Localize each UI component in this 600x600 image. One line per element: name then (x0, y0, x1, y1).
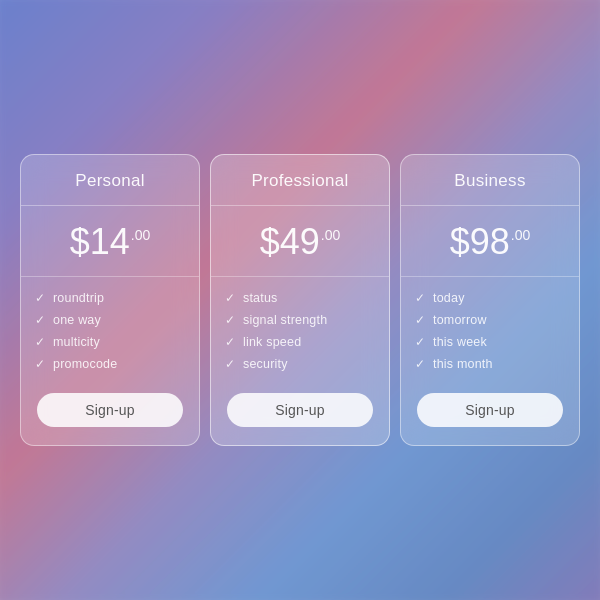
plan-footer-professional: Sign-up (211, 381, 389, 445)
list-item: ✓status (225, 291, 375, 305)
plan-price-business: $98.00 (450, 224, 531, 260)
plan-card-business: Business$98.00✓today✓tomorrow✓this week✓… (400, 154, 580, 446)
plan-name-business: Business (413, 171, 567, 191)
list-item: ✓roundtrip (35, 291, 185, 305)
list-item: ✓multicity (35, 335, 185, 349)
signup-button-personal[interactable]: Sign-up (37, 393, 183, 427)
list-item: ✓this month (415, 357, 565, 371)
check-icon: ✓ (225, 336, 235, 348)
main-container: Personal$14.00✓roundtrip✓one way✓multici… (0, 0, 600, 600)
feature-label-business-3: this month (433, 357, 493, 371)
list-item: ✓tomorrow (415, 313, 565, 327)
plan-footer-business: Sign-up (401, 381, 579, 445)
price-dollar-business: $98 (450, 224, 510, 260)
price-dollar-professional: $49 (260, 224, 320, 260)
feature-label-professional-1: signal strength (243, 313, 327, 327)
feature-label-personal-3: promocode (53, 357, 117, 371)
pricing-grid: Personal$14.00✓roundtrip✓one way✓multici… (20, 154, 580, 446)
plan-price-personal: $14.00 (70, 224, 151, 260)
list-item: ✓security (225, 357, 375, 371)
price-dollar-personal: $14 (70, 224, 130, 260)
price-cents-professional: .00 (321, 228, 340, 242)
plan-features-personal: ✓roundtrip✓one way✓multicity✓promocode (21, 277, 199, 381)
plan-price-section-business: $98.00 (401, 206, 579, 277)
list-item: ✓promocode (35, 357, 185, 371)
plan-price-section-professional: $49.00 (211, 206, 389, 277)
plan-name-personal: Personal (33, 171, 187, 191)
check-icon: ✓ (225, 292, 235, 304)
feature-label-business-0: today (433, 291, 465, 305)
check-icon: ✓ (35, 358, 45, 370)
plan-header-personal: Personal (21, 155, 199, 206)
check-icon: ✓ (225, 314, 235, 326)
price-cents-personal: .00 (131, 228, 150, 242)
feature-label-personal-2: multicity (53, 335, 100, 349)
plan-name-professional: Professional (223, 171, 377, 191)
plan-header-professional: Professional (211, 155, 389, 206)
feature-label-business-2: this week (433, 335, 487, 349)
feature-label-professional-2: link speed (243, 335, 301, 349)
signup-button-professional[interactable]: Sign-up (227, 393, 373, 427)
check-icon: ✓ (225, 358, 235, 370)
plan-price-professional: $49.00 (260, 224, 341, 260)
feature-label-personal-1: one way (53, 313, 101, 327)
feature-label-professional-3: security (243, 357, 288, 371)
feature-label-personal-0: roundtrip (53, 291, 104, 305)
plan-header-business: Business (401, 155, 579, 206)
plan-card-professional: Professional$49.00✓status✓signal strengt… (210, 154, 390, 446)
list-item: ✓one way (35, 313, 185, 327)
plan-price-section-personal: $14.00 (21, 206, 199, 277)
check-icon: ✓ (415, 336, 425, 348)
list-item: ✓signal strength (225, 313, 375, 327)
list-item: ✓link speed (225, 335, 375, 349)
plan-card-personal: Personal$14.00✓roundtrip✓one way✓multici… (20, 154, 200, 446)
check-icon: ✓ (415, 358, 425, 370)
plan-features-business: ✓today✓tomorrow✓this week✓this month (401, 277, 579, 381)
check-icon: ✓ (415, 314, 425, 326)
check-icon: ✓ (35, 314, 45, 326)
check-icon: ✓ (35, 292, 45, 304)
plan-footer-personal: Sign-up (21, 381, 199, 445)
plan-features-professional: ✓status✓signal strength✓link speed✓secur… (211, 277, 389, 381)
feature-label-professional-0: status (243, 291, 278, 305)
list-item: ✓this week (415, 335, 565, 349)
check-icon: ✓ (35, 336, 45, 348)
price-cents-business: .00 (511, 228, 530, 242)
check-icon: ✓ (415, 292, 425, 304)
list-item: ✓today (415, 291, 565, 305)
feature-label-business-1: tomorrow (433, 313, 487, 327)
signup-button-business[interactable]: Sign-up (417, 393, 563, 427)
